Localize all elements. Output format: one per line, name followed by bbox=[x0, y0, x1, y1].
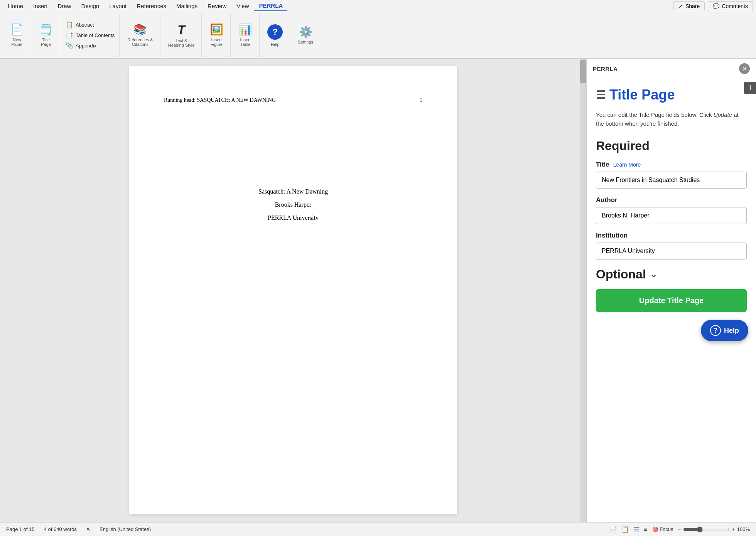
ribbon-group-settings: ⚙️ Settings bbox=[291, 14, 320, 57]
menu-home[interactable]: Home bbox=[3, 1, 28, 11]
zoom-slider[interactable] bbox=[683, 526, 729, 533]
page-number: 1 bbox=[420, 97, 422, 103]
abstract-icon: 📋 bbox=[66, 21, 73, 29]
required-heading: Required bbox=[596, 139, 747, 153]
ribbon-group-new-paper: 📄 New Paper bbox=[3, 14, 31, 57]
scrollbar-thumb[interactable] bbox=[580, 60, 586, 83]
update-title-page-button[interactable]: Update Title Page bbox=[596, 289, 747, 312]
track-changes-icon[interactable]: ✕ bbox=[86, 526, 90, 532]
document-body: Sasquatch: A New Dawning Brooks Harper P… bbox=[164, 188, 422, 221]
panel-description: You can edit the Title Page fields below… bbox=[596, 111, 747, 128]
help-fab-icon: ? bbox=[710, 325, 721, 336]
document-institution: PERRLA University bbox=[268, 214, 319, 221]
references-citations-button[interactable]: 📚 References & Citations bbox=[123, 22, 157, 49]
new-paper-icon: 📄 bbox=[10, 24, 24, 35]
document-author: Brooks Harper bbox=[275, 201, 312, 208]
title-page-icon: 🗒️ bbox=[39, 24, 53, 35]
zoom-decrease-button[interactable]: − bbox=[678, 526, 681, 532]
panel-content: ☰ Title Page You can edit the Title Page… bbox=[587, 79, 756, 320]
panel-title: PERRLA bbox=[593, 66, 618, 72]
menu-perrla[interactable]: PERRLA bbox=[254, 1, 287, 11]
insert-table-icon: 📊 bbox=[239, 24, 252, 35]
ribbon-group-help: ? Help bbox=[260, 14, 290, 57]
document-page: Running head: SASQUATCH: A NEW DAWNING 1… bbox=[129, 66, 457, 514]
title-learn-more-link[interactable]: Learn More bbox=[613, 162, 641, 168]
help-button[interactable]: ? Help bbox=[263, 22, 287, 49]
text-style-icon: T bbox=[177, 24, 185, 36]
panel-close-button[interactable]: ✕ bbox=[739, 63, 750, 74]
zoom-increase-button[interactable]: + bbox=[732, 526, 735, 532]
share-button[interactable]: ↗ Share bbox=[673, 1, 705, 11]
menu-view[interactable]: View bbox=[232, 1, 253, 11]
view-icon-2[interactable]: 📋 bbox=[621, 526, 629, 533]
optional-heading[interactable]: Optional ⌄ bbox=[596, 267, 747, 281]
view-icon-1[interactable]: 📄 bbox=[609, 526, 617, 533]
menu-review[interactable]: Review bbox=[203, 1, 231, 11]
language: English (United States) bbox=[100, 526, 151, 532]
perrla-panel: PERRLA ✕ i ☰ Title Page You can edit the… bbox=[586, 59, 756, 522]
settings-icon: ⚙️ bbox=[299, 27, 312, 37]
panel-header: PERRLA ✕ bbox=[587, 59, 756, 79]
menu-design[interactable]: Design bbox=[77, 1, 104, 11]
view-icon-3[interactable]: ☰ bbox=[634, 526, 639, 533]
abstract-button[interactable]: 📋 Abstract bbox=[62, 20, 118, 30]
document-title: Sasquatch: A New Dawning bbox=[258, 188, 328, 195]
title-field-group: Title Learn More bbox=[596, 161, 747, 189]
references-icon: 📚 bbox=[133, 24, 147, 35]
status-right: 📄 📋 ☰ ≡ 🎯 Focus − + 100% bbox=[609, 526, 750, 533]
text-heading-style-button[interactable]: T Text & Heading Style bbox=[164, 21, 199, 50]
ribbon-group-doc-parts: 📋 Abstract 📑 Table of Contents 📎 Appendi… bbox=[61, 14, 120, 57]
document-area: Running head: SASQUATCH: A NEW DAWNING 1… bbox=[0, 59, 586, 522]
ribbon-group-text-style: T Text & Heading Style bbox=[161, 14, 202, 57]
settings-button[interactable]: ⚙️ Settings bbox=[294, 24, 317, 47]
menu-layout[interactable]: Layout bbox=[105, 1, 131, 11]
institution-input[interactable] bbox=[596, 243, 747, 260]
appendix-button[interactable]: 📎 Appendix bbox=[62, 41, 118, 51]
ribbon-group-insert-table: 📊 Insert Table bbox=[231, 14, 260, 57]
share-icon: ↗ bbox=[678, 3, 683, 9]
zoom-percent: 100% bbox=[737, 526, 750, 532]
doc-vertical-scrollbar[interactable] bbox=[580, 59, 586, 522]
institution-field-group: Institution bbox=[596, 232, 747, 260]
zoom-control: − + 100% bbox=[678, 526, 750, 533]
comments-button[interactable]: 💬 Comments bbox=[708, 1, 753, 11]
title-page-button[interactable]: 🗒️ Title Page bbox=[35, 22, 57, 49]
title-input[interactable] bbox=[596, 172, 747, 189]
menu-draw[interactable]: Draw bbox=[53, 1, 76, 11]
author-input[interactable] bbox=[596, 207, 747, 224]
menu-insert[interactable]: Insert bbox=[29, 1, 52, 11]
ribbon: 📄 New Paper 🗒️ Title Page 📋 Abstract 📑 T… bbox=[0, 12, 756, 59]
insert-figure-button[interactable]: 🖼️ Insert Figure bbox=[206, 22, 227, 49]
panel-info-button[interactable]: i bbox=[744, 82, 756, 94]
ribbon-group-title-page: 🗒️ Title Page bbox=[32, 14, 60, 57]
help-fab-button[interactable]: ? Help bbox=[701, 320, 748, 341]
hamburger-icon[interactable]: ☰ bbox=[596, 89, 606, 101]
document-scroll[interactable]: Running head: SASQUATCH: A NEW DAWNING 1… bbox=[0, 59, 586, 522]
panel-section-title: ☰ Title Page bbox=[596, 87, 747, 103]
view-icon-4[interactable]: ≡ bbox=[644, 526, 647, 533]
insert-table-button[interactable]: 📊 Insert Table bbox=[235, 22, 256, 49]
new-paper-button[interactable]: 📄 New Paper bbox=[6, 22, 28, 49]
word-count: 4 of 640 words bbox=[44, 526, 77, 532]
menu-references[interactable]: References bbox=[132, 1, 171, 11]
toc-icon: 📑 bbox=[66, 32, 73, 39]
help-icon: ? bbox=[267, 24, 283, 40]
insert-figure-icon: 🖼️ bbox=[210, 24, 223, 35]
optional-chevron-icon: ⌄ bbox=[650, 270, 657, 280]
ribbon-group-insert-figure: 🖼️ Insert Figure bbox=[202, 14, 231, 57]
document-header: Running head: SASQUATCH: A NEW DAWNING 1 bbox=[164, 97, 422, 103]
menu-mailings[interactable]: Mailings bbox=[172, 1, 202, 11]
author-field-label: Author bbox=[596, 196, 747, 204]
menu-bar: Home Insert Draw Design Layout Reference… bbox=[0, 0, 756, 12]
table-of-contents-button[interactable]: 📑 Table of Contents bbox=[62, 30, 118, 40]
appendix-icon: 📎 bbox=[66, 42, 73, 49]
close-icon: ✕ bbox=[742, 65, 747, 72]
institution-field-label: Institution bbox=[596, 232, 747, 239]
comments-icon: 💬 bbox=[713, 3, 719, 9]
ribbon-group-references: 📚 References & Citations bbox=[120, 14, 160, 57]
title-field-label: Title Learn More bbox=[596, 161, 747, 169]
focus-button[interactable]: 🎯 Focus bbox=[652, 526, 673, 532]
page-info: Page 1 of 15 bbox=[6, 526, 35, 532]
focus-icon: 🎯 bbox=[652, 526, 658, 532]
author-field-group: Author bbox=[596, 196, 747, 224]
